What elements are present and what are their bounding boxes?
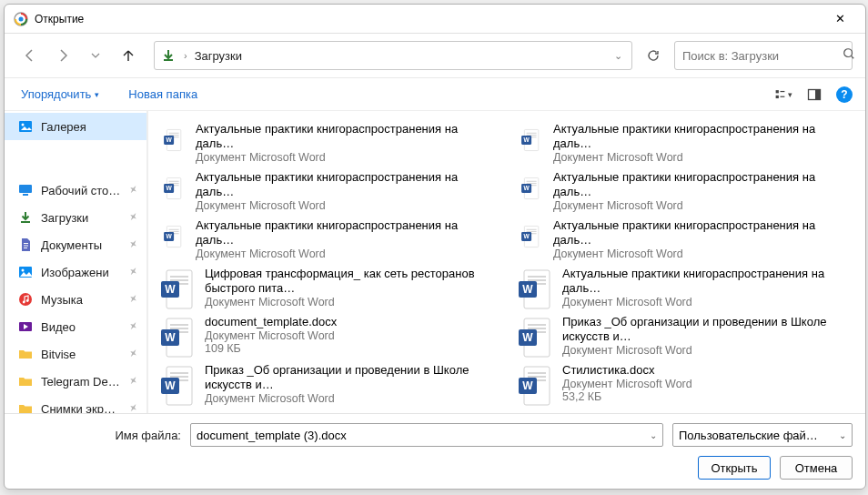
sidebar-item-label: Загрузки [41,211,88,225]
svg-point-10 [22,124,25,126]
svg-text:W: W [522,379,533,392]
svg-rect-53 [527,229,537,230]
svg-rect-90 [528,376,546,378]
sidebar-item[interactable]: Рабочий сто… [5,177,146,204]
sidebar-item-gallery[interactable]: Галерея [5,113,146,140]
file-item[interactable]: W Актуальные практики книгораспространен… [152,215,504,261]
sidebar-item[interactable]: Bitvise [5,340,146,368]
search-box[interactable] [674,41,853,70]
cancel-button[interactable]: Отмена [780,456,853,480]
file-title: Актуальные практики книгораспространения… [562,267,854,296]
pin-icon [126,400,140,413]
refresh-button[interactable] [640,42,667,69]
svg-text:W: W [522,331,533,344]
up-button[interactable] [116,43,141,68]
file-title: Приказ _Об организации и проведении в Шк… [205,363,497,392]
address-bar[interactable]: › Загрузки ⌄ [154,41,632,70]
svg-text:W: W [165,331,176,344]
file-type: Документ Microsoft Word [196,151,497,164]
word-doc-icon: W [159,172,187,205]
footer: Имя файла: document_template (3).docx ⌄ … [5,413,865,489]
file-item[interactable]: W Актуальные практики книгораспространен… [510,263,862,309]
file-item[interactable]: W Актуальные практики книгораспространен… [510,118,862,165]
svg-text:W: W [166,185,172,191]
open-button[interactable]: Открыть [698,456,771,480]
svg-point-18 [19,293,32,306]
file-title: Актуальные практики книгораспространения… [196,218,497,248]
file-text: Цифровая трансформация_ как сеть рестора… [205,267,497,308]
pictures-icon [17,264,34,280]
file-item[interactable]: W Приказ _Об организации и проведении в … [152,359,504,406]
sidebar-item[interactable]: Снимки экрана [5,395,146,413]
sidebar-item[interactable]: Музыка [5,286,146,313]
file-item[interactable]: W Актуальные практики книгораспространен… [510,215,862,261]
path-dropdown[interactable]: ⌄ [611,46,626,66]
svg-text:W: W [166,233,172,239]
file-item[interactable]: W Актуальные практики книгораспространен… [510,167,862,213]
sidebar-item[interactable]: Telegram Deskto [5,368,146,395]
search-icon [843,47,855,64]
sidebar-item[interactable]: Загрузки [5,204,146,231]
file-text: document_template.docx Документ Microsof… [205,315,337,355]
pin-icon [126,182,140,197]
svg-rect-29 [527,133,537,134]
svg-rect-83 [170,372,188,374]
svg-rect-8 [815,89,821,99]
music-icon [17,291,34,308]
organize-button[interactable]: Упорядочить▾ [17,84,103,105]
svg-rect-54 [527,231,537,232]
svg-rect-84 [170,376,188,378]
file-list[interactable]: W Актуальные практики книгораспространен… [148,111,865,413]
svg-rect-14 [24,246,28,247]
filename-value: document_template (3).docx [197,429,347,442]
file-item[interactable]: W Цифровая трансформация_ как сеть ресто… [152,263,504,309]
svg-rect-65 [528,276,546,278]
forward-button[interactable] [50,43,76,68]
file-item[interactable]: W document_template.docx Документ Micros… [152,311,504,358]
file-size: 53,2 КБ [562,390,692,403]
file-text: Приказ _Об организации и проведении в Шк… [205,363,497,405]
file-type: Документ Microsoft Word [196,199,497,212]
svg-rect-5 [781,90,785,91]
file-title: Цифровая трансформация_ как сеть рестора… [205,267,497,296]
sidebar: Галерея Рабочий сто… Загрузки Документы … [5,111,148,413]
preview-pane-button[interactable] [805,86,823,104]
new-folder-button[interactable]: Новая папка [125,84,201,105]
help-button[interactable]: ? [836,86,853,103]
file-item[interactable]: W Приказ _Об организации и проведении в … [510,311,862,358]
svg-rect-3 [776,90,779,93]
back-button[interactable] [17,43,43,68]
filename-input[interactable]: document_template (3).docx ⌄ [190,423,663,447]
close-button[interactable]: ✕ [820,5,860,33]
filetype-select[interactable]: Пользовательские файлы (*.d ⌄ [672,423,853,447]
file-title: Приказ _Об организации и проведении в Шк… [562,315,854,344]
file-item[interactable]: W Актуальные практики книгораспространен… [152,167,504,213]
document-icon [17,237,34,253]
recent-dropdown[interactable] [83,43,108,68]
view-mode-button[interactable]: ▾ [774,86,792,104]
file-type: Документ Microsoft Word [553,199,854,212]
folder-icon [17,400,34,413]
word-doc-icon: W [517,172,544,205]
file-title: Актуальные практики книгораспространения… [196,170,497,199]
search-input[interactable] [682,49,835,63]
svg-point-19 [23,301,25,304]
sidebar-item-label: Рабочий сто… [41,184,120,197]
desktop-icon [17,182,34,198]
toolbar: Упорядочить▾ Новая папка ▾ ? [5,78,865,111]
svg-rect-89 [528,372,546,374]
svg-point-20 [26,299,29,302]
svg-text:W: W [165,379,176,392]
folder-icon [17,346,34,362]
sidebar-item[interactable]: Изображени [5,258,146,286]
file-title: Стилистика.docx [562,363,692,378]
pin-icon [126,209,140,225]
file-item[interactable]: W Актуальные практики книгораспространен… [152,118,504,165]
file-title: Актуальные практики книгораспространения… [553,170,854,199]
sidebar-item[interactable]: Документы [5,231,146,258]
word-doc-icon: W [517,365,553,406]
sidebar-item-label: Изображени [41,266,109,279]
sidebar-item[interactable]: Видео [5,313,146,340]
filename-dropdown[interactable]: ⌄ [650,430,657,440]
file-item[interactable]: W Стилистика.docx Документ Microsoft Wor… [510,359,862,406]
